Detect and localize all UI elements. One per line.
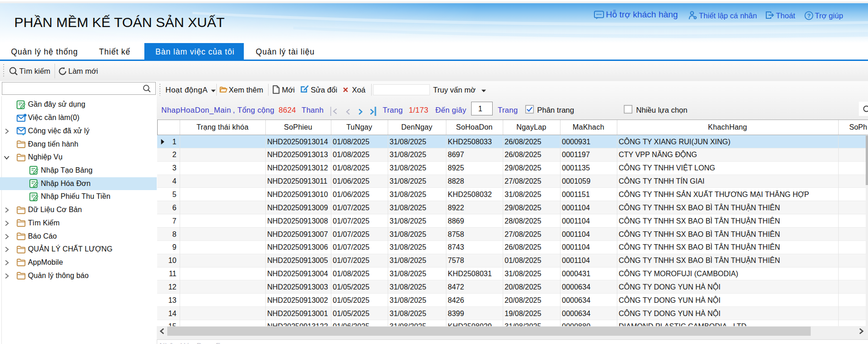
svg-text:?: ?: [807, 13, 811, 19]
